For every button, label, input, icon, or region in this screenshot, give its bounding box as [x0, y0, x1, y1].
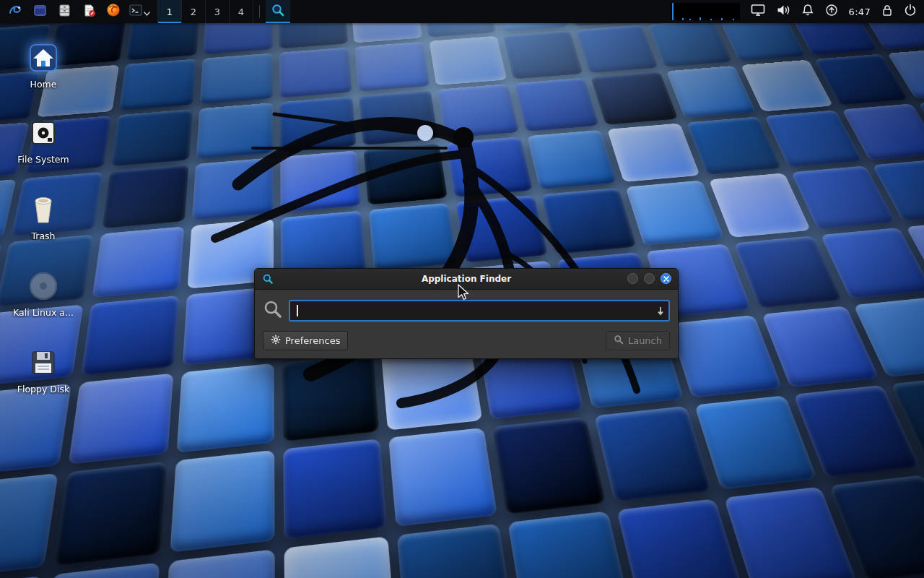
- desktop-icon-label: File System: [10, 155, 77, 165]
- workspace-number: 4: [238, 7, 244, 17]
- wallpaper-tile: [397, 524, 515, 578]
- desktop-icon-file-system[interactable]: File System: [10, 114, 77, 165]
- wallpaper-tile: [196, 103, 274, 159]
- cpu-graph-widget[interactable]: [671, 3, 740, 20]
- preferences-button[interactable]: Preferences: [263, 331, 348, 350]
- workspace-3[interactable]: 3: [205, 0, 229, 23]
- maximize-button[interactable]: [644, 273, 655, 284]
- taskbar-item-application-finder[interactable]: [266, 0, 290, 23]
- text-caret: [297, 305, 298, 316]
- wallpaper-tile: [594, 406, 712, 502]
- wallpaper-tile: [607, 123, 700, 182]
- firefox-launcher[interactable]: [101, 0, 126, 23]
- application-finder-window: Application Finder: [254, 268, 679, 359]
- wallpaper-tile: [590, 72, 678, 125]
- file-manager-icon: [58, 4, 71, 20]
- volume-tray-button[interactable]: [776, 0, 790, 23]
- panel-separator: [259, 5, 260, 18]
- workspace-4[interactable]: 4: [229, 0, 253, 23]
- wallpaper-tile: [388, 428, 497, 527]
- window-title: Application Finder: [255, 274, 678, 284]
- text-editor-launcher[interactable]: [77, 0, 101, 23]
- firefox-icon: [106, 3, 121, 20]
- wallpaper-tile: [0, 384, 71, 476]
- desktop-icon-floppy-disk[interactable]: Floppy Disk: [10, 344, 77, 394]
- workspace-switcher: 1 2 3 4: [157, 0, 253, 23]
- wallpaper-tile: [177, 363, 275, 453]
- workspace-1[interactable]: 1: [157, 0, 181, 23]
- wallpaper-tile: [668, 315, 783, 398]
- logout-button[interactable]: [904, 0, 917, 23]
- wallpaper-tile: [437, 84, 519, 138]
- dropdown-arrow-icon[interactable]: [656, 306, 665, 319]
- desktop-icon-kali-linux[interactable]: Kali Linux a...: [10, 267, 77, 318]
- launch-icon: [614, 335, 624, 347]
- close-button[interactable]: [661, 273, 671, 284]
- workspace-number: 1: [167, 7, 173, 17]
- minimize-button[interactable]: [627, 273, 638, 284]
- desktop-icon-home[interactable]: Home: [10, 39, 77, 90]
- wallpaper-tile: [119, 59, 196, 111]
- desktop-icon-trash[interactable]: Trash: [10, 191, 77, 241]
- desktop-icon-label: Floppy Disk: [10, 384, 77, 394]
- wallpaper-tile: [503, 30, 583, 79]
- wallpaper-tile: [369, 203, 458, 272]
- kali-menu-icon: [7, 2, 23, 21]
- top-panel: 1 2 3 4: [0, 0, 924, 23]
- terminal-icon: [128, 3, 143, 20]
- wallpaper-tile: [279, 96, 356, 152]
- wallpaper-tile: [111, 109, 193, 166]
- titlebar[interactable]: Application Finder: [255, 269, 678, 290]
- finder-body: Preferences Launch: [255, 290, 678, 358]
- desktop-icon-label: Home: [10, 79, 77, 90]
- wallpaper-tile: [192, 158, 274, 220]
- text-editor-icon: [82, 4, 96, 20]
- screen-lock-button[interactable]: [881, 0, 893, 23]
- wallpaper-tile: [363, 144, 447, 205]
- gear-icon: [271, 335, 281, 347]
- search-input[interactable]: [289, 300, 670, 322]
- display-icon: [751, 4, 765, 20]
- wallpaper-tile: [445, 137, 533, 197]
- workspace-number: 3: [214, 7, 220, 17]
- applications-menu-button[interactable]: [3, 0, 27, 23]
- workspace-2[interactable]: 2: [181, 0, 205, 23]
- home-icon: [10, 39, 77, 77]
- terminal-dropdown-button[interactable]: [141, 0, 152, 23]
- kali-disc-icon: [10, 267, 77, 305]
- wallpaper-tile: [541, 188, 637, 254]
- window-launcher[interactable]: [27, 0, 52, 23]
- wallpaper-tile: [492, 417, 606, 514]
- status-circle-icon: [825, 4, 838, 20]
- wallpaper-tile: [200, 53, 274, 104]
- wallpaper-tile: [514, 78, 599, 132]
- wallpaper-tile: [279, 47, 352, 98]
- wallpaper-tile: [648, 20, 733, 67]
- launch-button[interactable]: Launch: [606, 331, 670, 350]
- wallpaper-tile: [625, 180, 724, 246]
- panel-clock[interactable]: 6:47: [849, 0, 871, 23]
- search-icon: [263, 299, 283, 322]
- wallpaper-tile: [666, 66, 757, 118]
- notifications-bell-icon: [801, 4, 814, 20]
- wallpaper-tile: [102, 165, 188, 228]
- wallpaper-tile: [283, 439, 387, 540]
- display-tray-button[interactable]: [751, 0, 765, 23]
- preferences-label: Preferences: [285, 335, 340, 346]
- application-finder-icon: [271, 3, 285, 20]
- file-manager-launcher[interactable]: [52, 0, 77, 23]
- file-system-icon: [10, 114, 77, 152]
- workspace-number: 2: [191, 7, 196, 17]
- wallpaper-tile: [81, 296, 179, 376]
- clock-text: 6:47: [849, 7, 871, 17]
- wallpaper-tile: [575, 25, 658, 73]
- wallpaper-tile: [429, 36, 507, 85]
- wallpaper-tile: [37, 562, 160, 578]
- floppy-disk-icon: [10, 344, 77, 381]
- notifications-tray-button[interactable]: [801, 0, 814, 23]
- application-finder-icon: [262, 273, 274, 288]
- wallpaper-tile: [284, 536, 396, 578]
- wallpaper-tile: [359, 90, 438, 145]
- volume-icon: [776, 4, 790, 20]
- status-tray-button[interactable]: [825, 0, 838, 23]
